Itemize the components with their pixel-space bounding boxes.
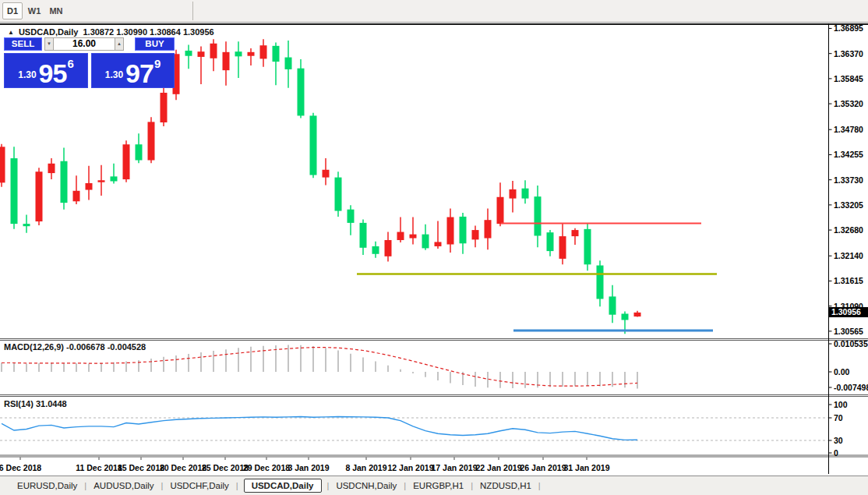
chart-tab-audusd-daily[interactable]: AUDUSD,Daily — [90, 479, 157, 492]
timeframe-w1-button[interactable]: W1 — [24, 2, 44, 19]
price-axis-label: 1.32140 — [834, 251, 863, 260]
indicator-axis-label: 0.00 — [834, 367, 850, 377]
price-axis-label: 1.31615 — [834, 276, 863, 285]
price-axis-label: 1.34255 — [834, 150, 863, 159]
date-axis-label: 6 Dec 2018 — [0, 463, 41, 472]
date-axis-label: 3 Jan 2019 — [288, 463, 329, 472]
collapse-panel-icon[interactable]: ▲ — [8, 29, 14, 36]
timeframe-mn-button[interactable]: MN — [46, 2, 66, 19]
date-axis: 6 Dec 201811 Dec 201815 Dec 201820 Dec 2… — [0, 458, 610, 473]
tab-separator: | — [471, 481, 473, 490]
current-price-tag: 1.30956 — [829, 307, 868, 317]
volume-input[interactable]: 16.00 — [53, 37, 115, 51]
date-axis-label: 22 Jan 2019 — [476, 463, 522, 472]
sell-price-handle: 1.30 — [18, 69, 36, 80]
sell-price-pip-digit: 6 — [67, 57, 73, 70]
indicator-axis-label: 30 — [834, 436, 843, 445]
buy-price-pip-digit: 9 — [154, 57, 161, 70]
tab-separator: | — [327, 481, 330, 490]
chart-symbol-period: USDCAD,Daily — [19, 27, 78, 37]
sell-button[interactable]: SELL — [4, 37, 42, 51]
indicator-axes: 0.0105350.00-0.00749810070300 — [829, 339, 868, 458]
toolbar-separator — [192, 2, 193, 20]
chart-tab-eurgbp-h1[interactable]: EURGBP,H1 — [410, 479, 467, 492]
pane-frames — [0, 23, 868, 474]
chart-ohlc-values: 1.30872 1.30990 1.30864 1.30956 — [83, 27, 213, 37]
chart-tab-usdcad-daily[interactable]: USDCAD,Daily — [244, 479, 322, 493]
price-axis-label: 1.35845 — [834, 74, 863, 83]
price-axis: 1.368951.363701.358451.353201.347801.342… — [829, 23, 864, 335]
date-axis-label: 25 Dec 2018 — [202, 463, 249, 472]
chart-tab-bar: EURUSD,Daily|AUDUSD,Daily|USDCHF,Daily|U… — [0, 476, 868, 495]
date-axis-label: 11 Dec 2018 — [76, 463, 122, 472]
rsi-indicator-label: RSI(14) 31.0448 — [4, 399, 67, 408]
sell-price-display[interactable]: 1.30 95 6 — [4, 53, 88, 88]
chart-tab-usdcnh-daily[interactable]: USDCNH,Daily — [333, 479, 400, 492]
tab-separator: | — [538, 481, 541, 490]
tab-separator: | — [236, 481, 238, 490]
timeframe-d1-button[interactable]: D1 — [2, 2, 23, 19]
horizontal-object-lines — [357, 224, 717, 331]
indicator-axis-label: 70 — [834, 413, 843, 423]
tab-separator: | — [404, 481, 406, 490]
date-axis-label: 29 Dec 2018 — [243, 463, 290, 472]
rsi-line — [2, 417, 637, 440]
one-click-trading-panel: SELL ▼ 16.00 ▲ BUY 1.30 95 6 1.30 97 9 — [4, 37, 175, 89]
price-axis-label: 1.35320 — [834, 99, 863, 108]
buy-price-big-digits: 97 — [125, 62, 153, 85]
chart-title: ▲USDCAD,Daily 1.30872 1.30990 1.30864 1.… — [8, 27, 214, 37]
date-axis-label: 8 Jan 2019 — [345, 463, 386, 472]
buy-price-handle: 1.30 — [105, 69, 123, 80]
rsi-level-lines — [0, 418, 828, 440]
chart-tab-usdchf-daily[interactable]: USDCHF,Daily — [167, 479, 231, 492]
indicator-axis-label: -0.007498 — [834, 383, 868, 392]
price-axis-label: 1.36895 — [834, 23, 863, 33]
date-axis-label: 26 Jan 2019 — [520, 463, 566, 472]
chart-tab-nzdusd-h1[interactable]: NZDUSD,H1 — [477, 479, 535, 492]
macd-indicator-label: MACD(12,26,9) -0.006678 -0.004528 — [4, 342, 146, 352]
price-axis-label: 1.33730 — [834, 175, 863, 185]
buy-button[interactable]: BUY — [135, 37, 175, 51]
indicator-axis-label: 100 — [834, 400, 848, 409]
indicator-axis-label: 0.010535 — [834, 339, 868, 348]
tab-separator: | — [84, 481, 86, 490]
date-axis-label: 12 Jan 2019 — [388, 463, 434, 472]
date-axis-label: 20 Dec 2018 — [160, 463, 206, 472]
sell-price-big-digits: 95 — [39, 62, 67, 85]
price-axis-label: 1.32680 — [834, 225, 863, 235]
date-axis-label: 17 Jan 2019 — [432, 463, 478, 472]
macd-signal-line — [2, 348, 637, 387]
timeframe-toolbar: D1 W1 MN — [0, 0, 868, 23]
price-axis-label: 1.30565 — [834, 327, 863, 336]
indicator-axis-label: 0 — [834, 448, 838, 458]
price-axis-label: 1.34780 — [834, 125, 863, 134]
chart-tab-eurusd-daily[interactable]: EURUSD,Daily — [14, 479, 80, 492]
buy-price-display[interactable]: 1.30 97 9 — [91, 53, 175, 88]
date-axis-label: 31 Jan 2019 — [564, 463, 610, 472]
tab-separator: | — [161, 481, 164, 490]
volume-increase-button[interactable]: ▲ — [115, 37, 124, 51]
date-axis-label: 15 Dec 2018 — [118, 463, 164, 472]
price-axis-label: 1.33205 — [834, 200, 863, 210]
price-axis-label: 1.36370 — [834, 49, 863, 58]
